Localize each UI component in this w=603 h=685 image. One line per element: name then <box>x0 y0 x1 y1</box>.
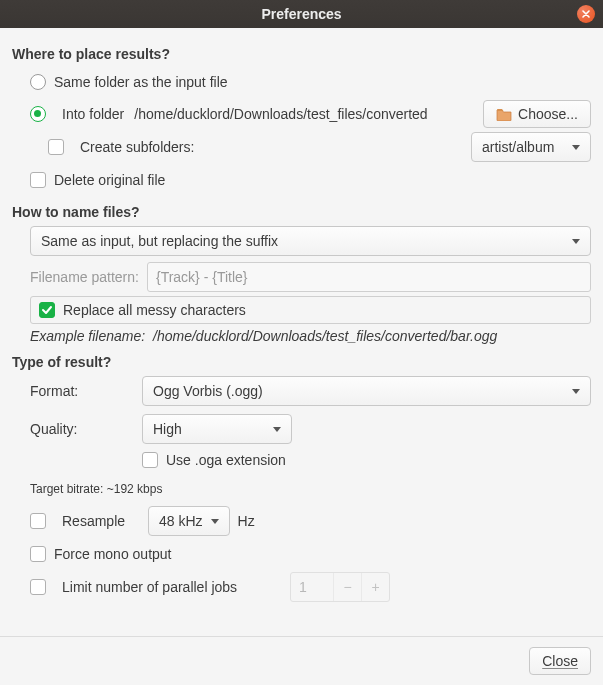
naming-mode-combo[interactable]: Same as input, but replacing the suffix <box>30 226 591 256</box>
example-filename-value: /home/ducklord/Downloads/test_files/conv… <box>153 328 497 344</box>
row-filename-pattern: Filename pattern: {Track} - {Title} <box>30 262 591 292</box>
chevron-down-icon <box>273 427 281 432</box>
choose-folder-button[interactable]: Choose... <box>483 100 591 128</box>
radio-same-folder-label: Same folder as the input file <box>54 74 228 90</box>
titlebar: Preferences <box>0 0 603 28</box>
section-result-heading: Type of result? <box>12 354 591 370</box>
checkbox-force-mono[interactable] <box>30 546 46 562</box>
replace-messy-label: Replace all messy characters <box>63 302 246 318</box>
row-resample: Resample 48 kHz Hz <box>30 506 591 536</box>
example-filename-label: Example filename: <box>30 328 145 344</box>
naming-mode-value: Same as input, but replacing the suffix <box>41 233 278 249</box>
checkbox-create-subfolders[interactable] <box>48 139 64 155</box>
row-force-mono: Force mono output <box>30 540 591 568</box>
checkbox-oga-extension[interactable] <box>142 452 158 468</box>
checkbox-delete-original[interactable] <box>30 172 46 188</box>
chevron-down-icon <box>572 145 580 150</box>
close-icon[interactable] <box>577 5 595 23</box>
resample-rate-combo[interactable]: 48 kHz <box>148 506 230 536</box>
quality-value: High <box>153 421 182 437</box>
quality-combo[interactable]: High <box>142 414 292 444</box>
radio-same-folder[interactable] <box>30 74 46 90</box>
spinner-plus-button[interactable]: + <box>361 573 389 601</box>
dialog-button-bar: Close <box>0 636 603 685</box>
chevron-down-icon <box>572 389 580 394</box>
row-create-subfolders: Create subfolders: artist/album <box>48 132 591 162</box>
format-combo[interactable]: Ogg Vorbis (.ogg) <box>142 376 591 406</box>
target-bitrate-text: Target bitrate: ~192 kbps <box>30 482 591 496</box>
chevron-down-icon <box>211 519 219 524</box>
window-title: Preferences <box>261 6 341 22</box>
into-folder-path: /home/ducklord/Downloads/test_files/conv… <box>134 106 427 122</box>
create-subfolders-label: Create subfolders: <box>80 139 194 155</box>
close-button[interactable]: Close <box>529 647 591 675</box>
close-button-label: Close <box>542 653 578 669</box>
checkbox-limit-jobs[interactable] <box>30 579 46 595</box>
section-naming-heading: How to name files? <box>12 204 591 220</box>
choose-folder-label: Choose... <box>518 106 578 122</box>
row-delete-original: Delete original file <box>30 166 591 194</box>
row-replace-messy: Replace all messy characters <box>30 296 591 324</box>
resample-unit: Hz <box>238 513 255 529</box>
delete-original-label: Delete original file <box>54 172 165 188</box>
filename-pattern-label: Filename pattern: <box>30 269 139 285</box>
quality-label: Quality: <box>30 421 130 437</box>
format-label: Format: <box>30 383 130 399</box>
checkbox-replace-messy[interactable] <box>39 302 55 318</box>
checkbox-resample[interactable] <box>30 513 46 529</box>
oga-extension-label: Use .oga extension <box>166 452 286 468</box>
folder-icon <box>496 107 512 121</box>
radio-row-same-folder[interactable]: Same folder as the input file <box>30 68 591 96</box>
radio-into-folder[interactable] <box>30 106 46 122</box>
limit-jobs-value: 1 <box>291 573 333 601</box>
resample-label: Resample <box>62 513 140 529</box>
section-place-heading: Where to place results? <box>12 46 591 62</box>
content-area: Where to place results? Same folder as t… <box>0 28 603 636</box>
radio-into-folder-label: Into folder <box>62 106 124 122</box>
spinner-minus-button[interactable]: − <box>333 573 361 601</box>
force-mono-label: Force mono output <box>54 546 172 562</box>
radio-row-into-folder: Into folder /home/ducklord/Downloads/tes… <box>30 100 591 128</box>
limit-jobs-spinner[interactable]: 1 − + <box>290 572 390 602</box>
resample-rate-value: 48 kHz <box>159 513 203 529</box>
filename-pattern-placeholder: {Track} - {Title} <box>156 269 248 285</box>
limit-jobs-label: Limit number of parallel jobs <box>62 579 282 595</box>
subfolders-pattern-combo[interactable]: artist/album <box>471 132 591 162</box>
format-value: Ogg Vorbis (.ogg) <box>153 383 263 399</box>
row-limit-jobs: Limit number of parallel jobs 1 − + <box>30 572 591 602</box>
filename-pattern-input[interactable]: {Track} - {Title} <box>147 262 591 292</box>
subfolders-pattern-value: artist/album <box>482 139 554 155</box>
chevron-down-icon <box>572 239 580 244</box>
